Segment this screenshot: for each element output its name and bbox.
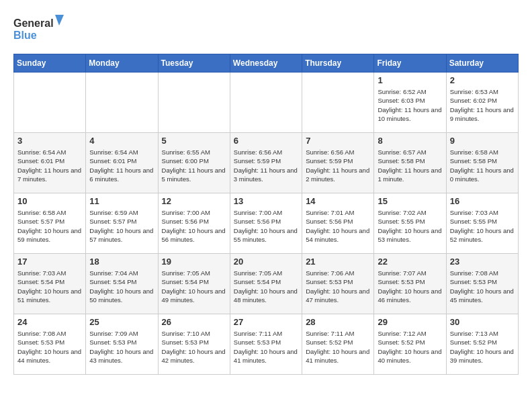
svg-marker-2 — [55, 15, 64, 26]
cell-info: Sunrise: 7:10 AM Sunset: 5:53 PM Dayligh… — [162, 329, 226, 365]
calendar-cell: 27Sunrise: 7:11 AM Sunset: 5:53 PM Dayli… — [230, 314, 302, 375]
calendar-header-row: SundayMondayTuesdayWednesdayThursdayFrid… — [14, 54, 519, 73]
calendar-cell: 21Sunrise: 7:06 AM Sunset: 5:53 PM Dayli… — [302, 254, 374, 314]
calendar-cell — [230, 73, 302, 133]
calendar-cell: 16Sunrise: 7:03 AM Sunset: 5:55 PM Dayli… — [446, 193, 518, 254]
cell-info: Sunrise: 7:03 AM Sunset: 5:55 PM Dayligh… — [450, 208, 515, 244]
calendar-cell: 28Sunrise: 7:11 AM Sunset: 5:52 PM Dayli… — [302, 314, 374, 375]
col-header-monday: Monday — [86, 54, 158, 73]
day-number: 29 — [378, 317, 442, 327]
week-row-5: 24Sunrise: 7:08 AM Sunset: 5:53 PM Dayli… — [14, 314, 519, 375]
calendar-cell: 18Sunrise: 7:04 AM Sunset: 5:54 PM Dayli… — [86, 254, 158, 314]
calendar-cell: 1Sunrise: 6:52 AM Sunset: 6:03 PM Daylig… — [374, 73, 446, 133]
week-row-1: 1Sunrise: 6:52 AM Sunset: 6:03 PM Daylig… — [14, 73, 519, 133]
col-header-sunday: Sunday — [14, 54, 86, 73]
day-number: 23 — [450, 257, 515, 267]
calendar-cell: 10Sunrise: 6:58 AM Sunset: 5:57 PM Dayli… — [14, 193, 86, 254]
calendar-cell: 13Sunrise: 7:00 AM Sunset: 5:56 PM Dayli… — [230, 193, 302, 254]
cell-info: Sunrise: 6:59 AM Sunset: 5:57 PM Dayligh… — [89, 208, 154, 244]
cell-info: Sunrise: 7:11 AM Sunset: 5:53 PM Dayligh… — [234, 329, 298, 365]
calendar-cell — [302, 73, 374, 133]
calendar-cell — [14, 73, 86, 133]
cell-info: Sunrise: 7:08 AM Sunset: 5:53 PM Dayligh… — [17, 329, 82, 365]
day-number: 24 — [17, 317, 82, 327]
cell-info: Sunrise: 7:03 AM Sunset: 5:54 PM Dayligh… — [17, 269, 82, 304]
day-number: 30 — [450, 317, 515, 327]
calendar-cell: 29Sunrise: 7:12 AM Sunset: 5:52 PM Dayli… — [374, 314, 446, 375]
day-number: 20 — [234, 257, 298, 267]
calendar-cell: 2Sunrise: 6:53 AM Sunset: 6:02 PM Daylig… — [446, 73, 518, 133]
day-number: 3 — [17, 136, 82, 146]
cell-info: Sunrise: 7:05 AM Sunset: 5:54 PM Dayligh… — [234, 269, 298, 304]
day-number: 14 — [306, 196, 370, 206]
day-number: 9 — [450, 136, 515, 146]
calendar-cell: 26Sunrise: 7:10 AM Sunset: 5:53 PM Dayli… — [158, 314, 230, 375]
col-header-tuesday: Tuesday — [158, 54, 230, 73]
col-header-friday: Friday — [374, 54, 446, 73]
cell-info: Sunrise: 7:02 AM Sunset: 5:55 PM Dayligh… — [378, 208, 442, 244]
calendar-table: SundayMondayTuesdayWednesdayThursdayFrid… — [13, 54, 519, 375]
calendar-cell: 15Sunrise: 7:02 AM Sunset: 5:55 PM Dayli… — [374, 193, 446, 254]
calendar-cell: 20Sunrise: 7:05 AM Sunset: 5:54 PM Dayli… — [230, 254, 302, 314]
day-number: 4 — [89, 136, 154, 146]
day-number: 17 — [17, 257, 82, 267]
calendar-cell — [158, 73, 230, 133]
cell-info: Sunrise: 6:54 AM Sunset: 6:01 PM Dayligh… — [89, 148, 154, 183]
calendar-cell: 3Sunrise: 6:54 AM Sunset: 6:01 PM Daylig… — [14, 133, 86, 193]
calendar-cell: 30Sunrise: 7:13 AM Sunset: 5:52 PM Dayli… — [446, 314, 518, 375]
day-number: 18 — [89, 257, 154, 267]
logo: GeneralBlue — [13, 13, 67, 43]
cell-info: Sunrise: 6:55 AM Sunset: 6:00 PM Dayligh… — [162, 148, 226, 183]
calendar-cell: 12Sunrise: 7:00 AM Sunset: 5:56 PM Dayli… — [158, 193, 230, 254]
day-number: 22 — [378, 257, 442, 267]
day-number: 11 — [89, 196, 154, 206]
calendar-cell: 6Sunrise: 6:56 AM Sunset: 5:59 PM Daylig… — [230, 133, 302, 193]
day-number: 6 — [234, 136, 298, 146]
cell-info: Sunrise: 6:57 AM Sunset: 5:58 PM Dayligh… — [378, 148, 442, 183]
cell-info: Sunrise: 7:08 AM Sunset: 5:53 PM Dayligh… — [450, 269, 515, 304]
cell-info: Sunrise: 6:52 AM Sunset: 6:03 PM Dayligh… — [378, 87, 442, 123]
calendar-cell: 5Sunrise: 6:55 AM Sunset: 6:00 PM Daylig… — [158, 133, 230, 193]
calendar-cell: 9Sunrise: 6:58 AM Sunset: 5:58 PM Daylig… — [446, 133, 518, 193]
calendar-cell: 22Sunrise: 7:07 AM Sunset: 5:53 PM Dayli… — [374, 254, 446, 314]
cell-info: Sunrise: 7:05 AM Sunset: 5:54 PM Dayligh… — [162, 269, 226, 304]
col-header-saturday: Saturday — [446, 54, 518, 73]
calendar-cell: 7Sunrise: 6:56 AM Sunset: 5:59 PM Daylig… — [302, 133, 374, 193]
calendar-cell: 17Sunrise: 7:03 AM Sunset: 5:54 PM Dayli… — [14, 254, 86, 314]
day-number: 26 — [162, 317, 226, 327]
calendar-cell: 24Sunrise: 7:08 AM Sunset: 5:53 PM Dayli… — [14, 314, 86, 375]
cell-info: Sunrise: 7:13 AM Sunset: 5:52 PM Dayligh… — [450, 329, 515, 365]
week-row-2: 3Sunrise: 6:54 AM Sunset: 6:01 PM Daylig… — [14, 133, 519, 193]
week-row-3: 10Sunrise: 6:58 AM Sunset: 5:57 PM Dayli… — [14, 193, 519, 254]
svg-text:General: General — [13, 17, 54, 29]
cell-info: Sunrise: 7:01 AM Sunset: 5:56 PM Dayligh… — [306, 208, 370, 244]
svg-text:Blue: Blue — [13, 30, 37, 41]
day-number: 19 — [162, 257, 226, 267]
cell-info: Sunrise: 6:54 AM Sunset: 6:01 PM Dayligh… — [17, 148, 82, 183]
page-header: GeneralBlue — [13, 13, 519, 43]
day-number: 21 — [306, 257, 370, 267]
calendar-cell: 23Sunrise: 7:08 AM Sunset: 5:53 PM Dayli… — [446, 254, 518, 314]
day-number: 27 — [234, 317, 298, 327]
day-number: 25 — [89, 317, 154, 327]
day-number: 16 — [450, 196, 515, 206]
col-header-wednesday: Wednesday — [230, 54, 302, 73]
calendar-cell: 11Sunrise: 6:59 AM Sunset: 5:57 PM Dayli… — [86, 193, 158, 254]
calendar-cell: 8Sunrise: 6:57 AM Sunset: 5:58 PM Daylig… — [374, 133, 446, 193]
day-number: 1 — [378, 75, 442, 85]
calendar-cell: 4Sunrise: 6:54 AM Sunset: 6:01 PM Daylig… — [86, 133, 158, 193]
day-number: 2 — [450, 75, 515, 85]
cell-info: Sunrise: 7:04 AM Sunset: 5:54 PM Dayligh… — [89, 269, 154, 304]
cell-info: Sunrise: 6:58 AM Sunset: 5:57 PM Dayligh… — [17, 208, 82, 244]
cell-info: Sunrise: 6:53 AM Sunset: 6:02 PM Dayligh… — [450, 87, 515, 123]
col-header-thursday: Thursday — [302, 54, 374, 73]
day-number: 8 — [378, 136, 442, 146]
calendar-cell — [86, 73, 158, 133]
cell-info: Sunrise: 7:11 AM Sunset: 5:52 PM Dayligh… — [306, 329, 370, 365]
day-number: 10 — [17, 196, 82, 206]
cell-info: Sunrise: 6:58 AM Sunset: 5:58 PM Dayligh… — [450, 148, 515, 183]
day-number: 5 — [162, 136, 226, 146]
day-number: 28 — [306, 317, 370, 327]
cell-info: Sunrise: 7:07 AM Sunset: 5:53 PM Dayligh… — [378, 269, 442, 304]
calendar-cell: 14Sunrise: 7:01 AM Sunset: 5:56 PM Dayli… — [302, 193, 374, 254]
